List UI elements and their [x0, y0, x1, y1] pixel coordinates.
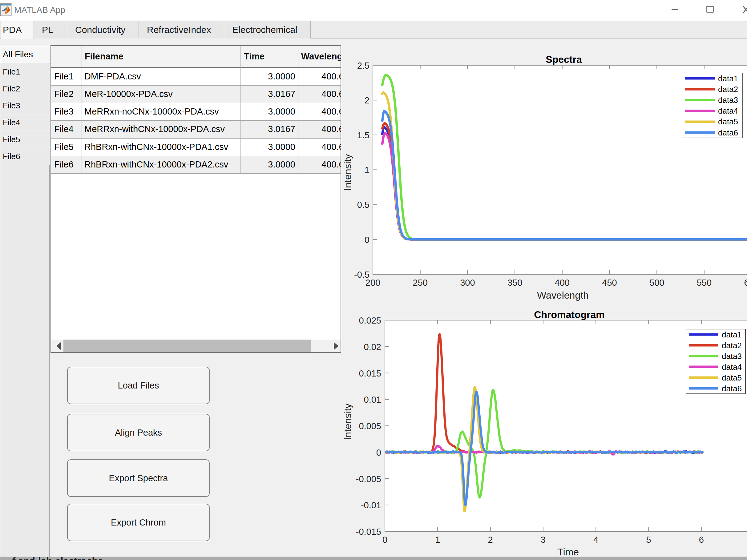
svg-text:5: 5 — [646, 535, 651, 544]
svg-text:Time: Time — [557, 546, 579, 558]
svg-text:300: 300 — [460, 278, 475, 288]
svg-text:0: 0 — [376, 448, 381, 457]
svg-text:0.005: 0.005 — [359, 421, 381, 431]
svg-text:1: 1 — [365, 165, 369, 175]
svg-text:Intensity: Intensity — [342, 403, 353, 440]
svg-text:data2: data2 — [722, 341, 742, 350]
svg-text:data3: data3 — [718, 96, 738, 105]
svg-text:data6: data6 — [718, 128, 738, 137]
svg-text:-0.015: -0.015 — [356, 527, 381, 537]
svg-text:350: 350 — [508, 278, 522, 288]
svg-text:600: 600 — [744, 278, 747, 288]
svg-text:0.02: 0.02 — [364, 342, 381, 352]
svg-text:data1: data1 — [718, 74, 738, 83]
svg-text:0.01: 0.01 — [364, 395, 381, 404]
svg-text:400: 400 — [555, 278, 570, 288]
svg-text:data4: data4 — [722, 362, 742, 372]
svg-text:0.5: 0.5 — [357, 200, 369, 210]
svg-text:Spectra: Spectra — [546, 54, 582, 65]
svg-text:6: 6 — [699, 535, 704, 544]
svg-text:-0.5: -0.5 — [354, 270, 369, 279]
svg-text:550: 550 — [697, 278, 712, 288]
svg-text:-0.005: -0.005 — [356, 474, 381, 484]
svg-text:2.5: 2.5 — [357, 61, 369, 71]
svg-text:Wavelength: Wavelength — [537, 290, 589, 301]
svg-text:2: 2 — [365, 96, 369, 105]
svg-text:0: 0 — [365, 235, 369, 245]
svg-text:0: 0 — [382, 535, 387, 544]
svg-text:data5: data5 — [718, 117, 738, 126]
svg-text:1.5: 1.5 — [357, 130, 369, 140]
svg-text:data6: data6 — [722, 384, 742, 393]
svg-text:data4: data4 — [718, 106, 738, 115]
svg-text:data5: data5 — [722, 373, 742, 382]
svg-text:450: 450 — [602, 278, 617, 288]
svg-text:250: 250 — [413, 278, 428, 288]
svg-text:0.015: 0.015 — [359, 369, 381, 378]
svg-text:Intensity: Intensity — [342, 154, 353, 191]
svg-text:2: 2 — [488, 535, 493, 544]
svg-text:500: 500 — [649, 278, 664, 288]
svg-text:data2: data2 — [718, 85, 738, 94]
svg-text:data1: data1 — [722, 330, 742, 339]
svg-text:0.025: 0.025 — [359, 316, 381, 325]
svg-text:Chromatogram: Chromatogram — [534, 309, 604, 320]
svg-text:1: 1 — [435, 535, 440, 544]
svg-text:3: 3 — [541, 535, 546, 544]
svg-text:data3: data3 — [722, 352, 742, 361]
svg-text:4: 4 — [593, 535, 598, 544]
svg-text:-0.01: -0.01 — [361, 500, 381, 510]
